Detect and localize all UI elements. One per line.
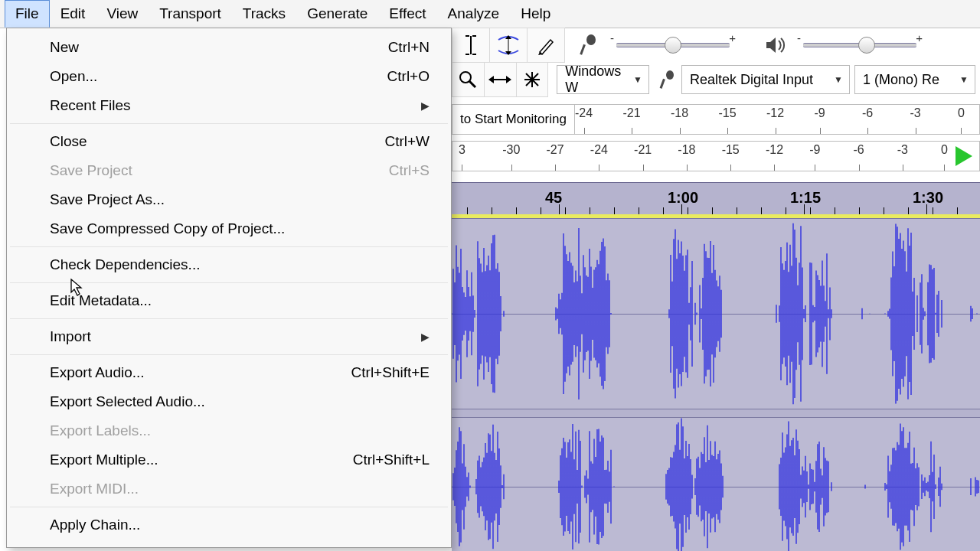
- menu-separator: [10, 282, 448, 283]
- mic-icon: [658, 69, 677, 90]
- menu-item-label: Export Audio...: [50, 364, 145, 381]
- menu-item-label: Edit Metadata...: [50, 292, 152, 309]
- recording-volume-slider[interactable]: - +: [604, 28, 742, 62]
- svg-rect-15: [660, 79, 665, 89]
- svg-point-14: [666, 70, 674, 80]
- svg-point-5: [460, 72, 471, 83]
- db-tick: -6: [862, 105, 873, 134]
- menu-item-label: Recent Files: [50, 97, 131, 114]
- db-tick: -30: [502, 142, 520, 171]
- menu-item-label: Save Project As...: [50, 191, 165, 208]
- db-tick: 0: [941, 142, 948, 171]
- svg-marker-8: [488, 76, 494, 83]
- db-tick: -18: [671, 105, 688, 134]
- menu-item-new[interactable]: NewCtrl+N: [7, 33, 451, 62]
- audio-host-label: Windows W: [565, 64, 627, 96]
- recording-device-combo[interactable]: Realtek Digital Input ▼: [681, 65, 850, 94]
- svg-rect-4: [580, 44, 586, 55]
- menu-item-save-compressed-copy-of-project[interactable]: Save Compressed Copy of Project...: [7, 214, 451, 243]
- menu-item-close[interactable]: CloseCtrl+W: [7, 127, 451, 156]
- menu-item-export-selected-audio[interactable]: Export Selected Audio...: [7, 387, 451, 416]
- tool-draw[interactable]: [527, 28, 565, 63]
- menu-item-label: Save Compressed Copy of Project...: [50, 220, 285, 237]
- db-tick: -27: [547, 142, 564, 171]
- db-tick: -24: [575, 105, 593, 134]
- menu-transport[interactable]: Transport: [149, 0, 232, 28]
- db-tick: 3: [459, 142, 466, 171]
- db-tick: -12: [766, 142, 783, 171]
- db-tick: -15: [719, 105, 737, 134]
- submenu-arrow-icon: ▶: [421, 99, 430, 112]
- start-monitoring-hint[interactable]: to Start Monitoring: [452, 105, 575, 134]
- menu-item-save-project-as[interactable]: Save Project As...: [7, 185, 451, 214]
- mic-icon: [578, 34, 599, 56]
- playback-volume-slider[interactable]: - +: [791, 28, 929, 62]
- db-tick: -15: [722, 142, 740, 171]
- tool-ibeam[interactable]: [452, 28, 490, 63]
- chevron-down-icon: ▼: [959, 74, 969, 85]
- menu-help[interactable]: Help: [510, 0, 561, 28]
- slider-max-label: +: [729, 31, 736, 44]
- menu-item-label: Check Dependencies...: [50, 256, 200, 273]
- menu-effect[interactable]: Effect: [378, 0, 436, 28]
- speaker-icon: [765, 34, 786, 56]
- svg-point-3: [586, 34, 596, 45]
- timeline-label: 1:15: [790, 189, 821, 207]
- menu-item-open[interactable]: Open...Ctrl+O: [7, 62, 451, 91]
- track-area: [452, 218, 980, 551]
- db-tick: -21: [634, 142, 652, 171]
- menu-item-label: Export MIDI...: [50, 481, 139, 497]
- db-tick: -9: [815, 105, 825, 134]
- slider-min-label: -: [610, 31, 614, 44]
- menu-separator: [10, 354, 448, 355]
- toolbar-area: - + - + Windows W ▼: [452, 28, 980, 97]
- menu-item-label: Apply Chain...: [50, 517, 140, 533]
- menu-item-label: Export Labels...: [50, 422, 151, 439]
- menu-item-export-multiple[interactable]: Export Multiple...Ctrl+Shift+L: [7, 445, 451, 474]
- tool-envelope[interactable]: [489, 28, 528, 63]
- menu-tracks[interactable]: Tracks: [232, 0, 296, 28]
- menu-item-recent-files[interactable]: Recent Files▶: [7, 91, 451, 120]
- menu-item-apply-chain[interactable]: Apply Chain...: [7, 510, 451, 540]
- menu-file[interactable]: File: [5, 0, 50, 28]
- menu-item-shortcut: Ctrl+O: [387, 68, 430, 85]
- db-tick: -18: [678, 142, 695, 171]
- db-tick: -24: [590, 142, 608, 171]
- playback-meter[interactable]: 3-30-27-24-21-18-15-12-9-6-30: [452, 141, 980, 171]
- menu-view[interactable]: View: [96, 0, 149, 28]
- menu-item-shortcut: Ctrl+S: [389, 162, 430, 179]
- chevron-down-icon: ▼: [633, 74, 642, 85]
- menu-item-export-audio[interactable]: Export Audio...Ctrl+Shift+E: [7, 358, 451, 387]
- recording-channels-combo[interactable]: 1 (Mono) Re ▼: [854, 65, 975, 94]
- audio-track-2[interactable]: [452, 417, 980, 551]
- db-tick: 0: [958, 105, 965, 134]
- menu-item-label: Close: [50, 133, 87, 150]
- menu-generate[interactable]: Generate: [296, 0, 378, 28]
- db-tick: -21: [623, 105, 641, 134]
- recording-meter[interactable]: to Start Monitoring -24-21-18-15-12-9-6-…: [452, 104, 980, 135]
- menu-item-export-labels: Export Labels...: [7, 416, 451, 445]
- db-tick: -9: [809, 142, 820, 171]
- menu-separator: [10, 318, 448, 319]
- menu-item-shortcut: Ctrl+N: [388, 39, 430, 56]
- tool-zoom[interactable]: [452, 62, 485, 97]
- slider-min-label: -: [797, 31, 801, 44]
- menu-item-import[interactable]: Import▶: [7, 322, 451, 351]
- audio-host-combo[interactable]: Windows W ▼: [557, 65, 649, 94]
- slider-max-label: +: [916, 31, 923, 44]
- menu-item-shortcut: Ctrl+Shift+E: [351, 364, 430, 381]
- svg-marker-16: [956, 146, 972, 166]
- tool-multi[interactable]: [516, 62, 549, 97]
- chevron-down-icon: ▼: [834, 74, 843, 85]
- menu-edit[interactable]: Edit: [50, 0, 96, 28]
- menu-item-edit-metadata[interactable]: Edit Metadata...: [7, 286, 451, 315]
- play-indicator-icon: [951, 141, 977, 171]
- audio-track-1[interactable]: [452, 218, 980, 409]
- menu-analyze[interactable]: Analyze: [437, 0, 511, 28]
- menu-separator: [10, 507, 448, 507]
- db-tick: -6: [853, 142, 864, 171]
- timeline-ruler[interactable]: 451:001:151:30: [452, 182, 980, 216]
- db-tick: -3: [897, 142, 908, 171]
- tool-timeshift[interactable]: [484, 62, 517, 97]
- menu-item-check-dependencies[interactable]: Check Dependencies...: [7, 250, 451, 279]
